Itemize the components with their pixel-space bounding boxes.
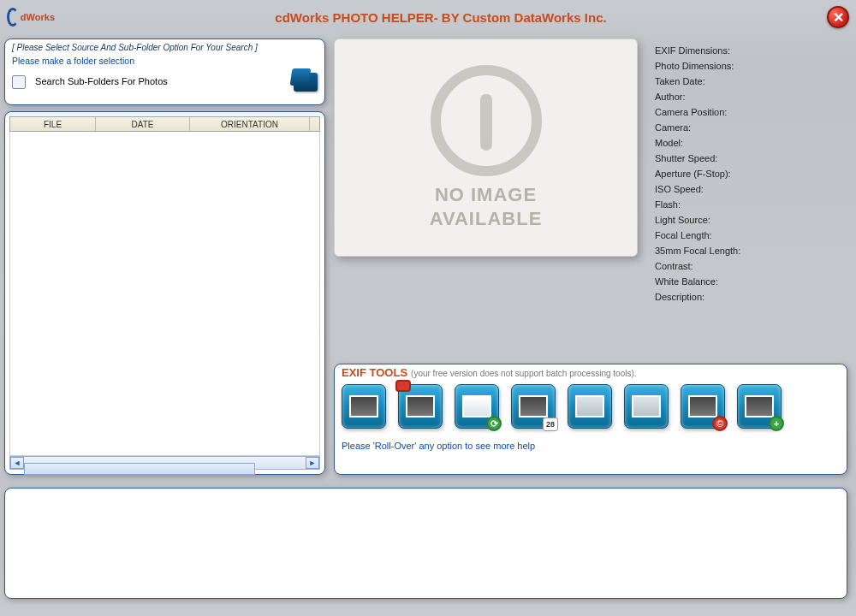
caption-tool-button[interactable] (568, 384, 612, 429)
export-tool-button[interactable] (398, 384, 443, 429)
close-button[interactable]: ✕ (827, 6, 849, 28)
exif-tools-panel: EXIF TOOLS (your free version does not s… (334, 364, 847, 475)
column-date[interactable]: DATE (96, 117, 190, 131)
file-list-panel: FILE DATE ORIENTATION ◄ ► (4, 111, 325, 475)
app-logo: dWorks (7, 4, 55, 30)
logo-c-icon (7, 8, 19, 27)
bw-photo-icon (688, 395, 717, 418)
scroll-left-button[interactable]: ◄ (10, 457, 24, 469)
exif-label: White Balance: (655, 274, 843, 289)
bottom-panel (4, 488, 847, 599)
no-image-line2: AVAILABLE (430, 207, 543, 231)
scroll-right-button[interactable]: ► (306, 457, 319, 469)
exif-info-list: EXIF Dimensions: Photo Dimensions: Taken… (655, 43, 843, 305)
scroll-thumb[interactable] (24, 463, 255, 475)
add-photo-icon (745, 395, 774, 418)
column-file[interactable]: FILE (10, 117, 96, 131)
rotate-tool-button[interactable] (342, 384, 386, 429)
no-image-text: NO IMAGE AVAILABLE (430, 183, 543, 230)
rotate-icon (349, 395, 378, 418)
exif-label: Aperture (F-Stop): (655, 166, 843, 181)
file-list-header: FILE DATE ORIENTATION (9, 116, 320, 132)
search-hint-select: Please make a folder selection (12, 56, 318, 66)
caption-icon (575, 395, 604, 418)
refresh-icon: ⟳ (486, 416, 502, 431)
plus-icon: + (769, 416, 784, 431)
browse-folder-button[interactable] (294, 73, 318, 92)
exif-label: Author: (655, 89, 843, 104)
horizontal-scrollbar[interactable]: ◄ ► (9, 456, 320, 470)
search-panel: [ Please Select Source And Sub-Folder Op… (4, 38, 325, 105)
close-icon: ✕ (833, 9, 844, 26)
file-list-body (9, 132, 320, 456)
date-photo-icon (519, 395, 548, 418)
exif-label: Camera: (655, 120, 843, 135)
no-image-icon (431, 65, 542, 176)
tools-title: EXIF TOOLS (342, 366, 407, 379)
tools-help-text: Please 'Roll-Over' any option to see mor… (342, 441, 840, 451)
exclamation-dot-icon (480, 139, 492, 151)
exif-doc-icon (462, 395, 491, 418)
exif-label: Description: (655, 289, 843, 305)
image-preview-panel: NO IMAGE AVAILABLE (334, 38, 638, 257)
export-icon (406, 395, 435, 418)
arrow-icon (395, 380, 411, 392)
exif-label: Focal Length: (655, 228, 843, 243)
app-title: cdWorks PHOTO HELPER- BY Custom DataWork… (55, 10, 827, 25)
exif-label: Camera Position: (655, 104, 843, 120)
subfolder-checkbox-label: Search Sub-Folders For Photos (35, 76, 168, 86)
exif-label: Flash: (655, 197, 843, 212)
edit-tool-button[interactable] (624, 384, 669, 429)
column-orientation[interactable]: ORIENTATION (190, 117, 310, 131)
exif-label: Photo Dimensions: (655, 58, 843, 74)
exif-label: ISO Speed: (655, 181, 843, 197)
tools-note: (your free version does not support batc… (411, 369, 636, 378)
add-tool-button[interactable]: + (737, 384, 782, 429)
no-image-line1: NO IMAGE (430, 183, 543, 207)
copyright-icon: © (712, 416, 728, 431)
copyright-tool-button[interactable]: © (681, 384, 725, 429)
exif-label: Contrast: (655, 258, 843, 274)
exif-label: Light Source: (655, 212, 843, 228)
subfolder-checkbox[interactable] (12, 75, 26, 89)
date-tool-button[interactable]: 28 (511, 384, 556, 429)
exif-label: 35mm Focal Length: (655, 243, 843, 258)
subfolder-checkbox-row: Search Sub-Folders For Photos (12, 75, 168, 89)
exif-label: Shutter Speed: (655, 151, 843, 166)
logo-text: dWorks (21, 12, 55, 22)
edit-photo-icon (632, 395, 661, 418)
exif-refresh-tool-button[interactable]: ⟳ (455, 384, 499, 429)
search-hint-bracket: [ Please Select Source And Sub-Folder Op… (12, 43, 318, 52)
exif-label: Taken Date: (655, 74, 843, 89)
tools-row: ⟳ 28 © + (342, 384, 840, 429)
title-bar: dWorks cdWorks PHOTO HELPER- BY Custom D… (0, 0, 856, 34)
exif-label: Model: (655, 135, 843, 151)
exif-label: EXIF Dimensions: (655, 43, 843, 58)
tools-header: EXIF TOOLS (your free version does not s… (342, 366, 840, 379)
calendar-icon: 28 (543, 418, 558, 431)
